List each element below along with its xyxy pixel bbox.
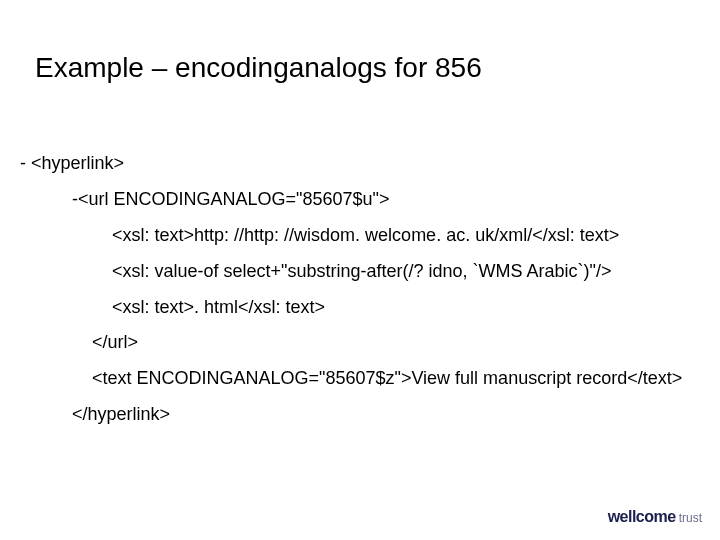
code-line: <xsl: text>. html</xsl: text>	[20, 294, 720, 322]
code-line: -<url ENCODINGANALOG="85607$u">	[20, 186, 720, 214]
slide-title: Example – encodinganalogs for 856	[35, 52, 482, 84]
code-line: <text ENCODINGANALOG="85607$z">View full…	[20, 365, 720, 393]
code-line: <xsl: value-of select+"substring-after(/…	[20, 258, 720, 286]
logo: wellcometrust	[608, 508, 702, 526]
code-line: </url>	[20, 329, 720, 357]
slide: Example – encodinganalogs for 856 - <hyp…	[0, 0, 720, 540]
logo-main: wellcome	[608, 508, 676, 526]
code-line: - <hyperlink>	[20, 150, 720, 178]
code-line: <xsl: text>http: //http: //wisdom. welco…	[20, 222, 720, 250]
slide-body: - <hyperlink> -<url ENCODINGANALOG="8560…	[20, 150, 720, 437]
code-line: </hyperlink>	[20, 401, 720, 429]
logo-sub: trust	[679, 511, 702, 525]
